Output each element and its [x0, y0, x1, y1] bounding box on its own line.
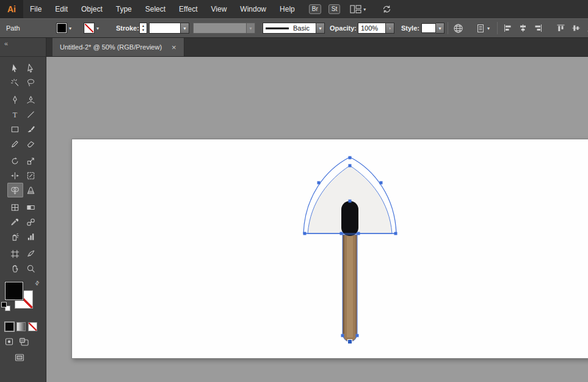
opacity-control[interactable]: 100% ›: [358, 19, 394, 37]
anchor-point[interactable]: [349, 200, 352, 203]
eyedropper-tool[interactable]: [7, 215, 23, 229]
slice-tool[interactable]: [23, 246, 39, 261]
workspace-switcher-button[interactable]: ▾: [350, 5, 366, 13]
free-transform-tool[interactable]: [23, 168, 39, 183]
paintbrush-tool[interactable]: [23, 122, 39, 136]
stroke-none-swatch[interactable]: [84, 23, 94, 33]
menu-type[interactable]: Type: [109, 0, 139, 18]
pencil-tool[interactable]: [7, 136, 23, 151]
anchor-point[interactable]: [340, 232, 343, 235]
style-swatch[interactable]: [421, 23, 436, 33]
menu-view[interactable]: View: [205, 0, 234, 18]
pen-tool[interactable]: [7, 92, 23, 107]
artboard[interactable]: [71, 139, 588, 359]
swap-fill-stroke-icon[interactable]: ⇄: [34, 279, 41, 287]
close-icon[interactable]: ×: [172, 43, 176, 51]
chevron-down-icon[interactable]: ▾: [316, 23, 325, 34]
chevron-down-icon[interactable]: ▾: [69, 26, 71, 31]
panel-arrow-icon[interactable]: ›: [386, 23, 394, 34]
fill-indicator[interactable]: [5, 282, 23, 300]
stock-button[interactable]: St: [328, 4, 340, 14]
document-info-button[interactable]: [453, 19, 463, 37]
anchor-point[interactable]: [356, 334, 359, 337]
shovel-grip-shape[interactable]: [341, 201, 358, 236]
menu-edit[interactable]: Edit: [48, 0, 74, 18]
menu-window[interactable]: Window: [233, 0, 273, 18]
anchor-point-selected[interactable]: [348, 340, 352, 344]
anchor-point[interactable]: [357, 232, 360, 235]
menu-object[interactable]: Object: [74, 0, 109, 18]
opacity-field[interactable]: 100%: [358, 23, 386, 34]
document-setup-button[interactable]: ▾: [476, 19, 490, 37]
scale-tool[interactable]: [23, 153, 39, 168]
document-tab[interactable]: Untitled-2* @ 50% (RGB/Preview) ×: [53, 38, 184, 56]
stepper-down-icon[interactable]: ▾: [142, 28, 144, 32]
align-right-icon[interactable]: [534, 24, 543, 32]
anchor-point[interactable]: [303, 232, 307, 235]
anchor-point[interactable]: [318, 182, 321, 185]
chevron-down-icon: ▾: [487, 26, 490, 31]
stroke-width-field[interactable]: [149, 23, 181, 34]
draw-normal-icon[interactable]: [5, 337, 15, 346]
artboard-tool[interactable]: [7, 246, 23, 261]
gradient-button[interactable]: [16, 322, 26, 331]
anchor-point[interactable]: [349, 164, 352, 167]
brush-definition-combo[interactable]: Basic ▾: [263, 19, 325, 37]
shape-builder-tool[interactable]: [7, 183, 23, 197]
stroke-width-stepper[interactable]: ▴ ▾: [139, 23, 147, 34]
direct-selection-tool[interactable]: [23, 61, 39, 75]
sync-icon: [382, 4, 392, 14]
zoom-tool[interactable]: [23, 261, 39, 276]
rotate-tool[interactable]: [7, 153, 23, 168]
menu-file[interactable]: File: [23, 0, 48, 18]
column-graph-tool[interactable]: [23, 229, 39, 244]
align-left-icon[interactable]: [503, 24, 512, 32]
screen-mode-button[interactable]: [0, 353, 46, 364]
align-center-horizontal-icon[interactable]: [518, 24, 528, 32]
bridge-button[interactable]: Br: [309, 4, 321, 14]
eraser-tool[interactable]: [23, 136, 39, 151]
width-tool[interactable]: [7, 168, 23, 183]
chevron-down-icon[interactable]: ▾: [181, 23, 189, 34]
stroke-width-combo[interactable]: ▾: [149, 19, 189, 37]
type-tool[interactable]: T: [7, 107, 23, 122]
blend-tool[interactable]: [23, 215, 39, 229]
sync-settings-button[interactable]: [382, 4, 392, 14]
anchor-point[interactable]: [341, 334, 344, 337]
style-combo[interactable]: ▾: [421, 19, 445, 37]
chevron-down-icon[interactable]: ▾: [96, 26, 99, 31]
collapse-panel-icon[interactable]: «: [4, 40, 7, 47]
fill-color-control[interactable]: ▾: [57, 19, 71, 37]
stroke-width-stepper-wrap: ▴ ▾: [139, 19, 147, 37]
hand-tool[interactable]: [7, 261, 23, 276]
anchor-point[interactable]: [380, 182, 383, 185]
default-fill-stroke-icon[interactable]: [1, 302, 11, 312]
selection-tool[interactable]: [7, 61, 23, 75]
menu-select[interactable]: Select: [139, 0, 172, 18]
color-button[interactable]: [5, 322, 14, 331]
menu-help[interactable]: Help: [273, 0, 302, 18]
line-segment-tool[interactable]: [23, 107, 39, 122]
none-button[interactable]: [28, 322, 37, 331]
align-top-icon[interactable]: [556, 24, 565, 32]
gradient-tool[interactable]: [23, 200, 39, 215]
magic-wand-icon: [10, 78, 20, 87]
draw-behind-icon[interactable]: [19, 337, 29, 346]
magic-wand-tool[interactable]: [7, 75, 23, 90]
pasteboard[interactable]: [46, 57, 588, 382]
symbol-sprayer-tool[interactable]: [7, 229, 23, 244]
lasso-tool[interactable]: [23, 75, 39, 90]
brush-field[interactable]: Basic: [263, 23, 316, 34]
rectangle-tool[interactable]: [7, 122, 23, 136]
curvature-tool[interactable]: [23, 92, 39, 107]
mesh-tool[interactable]: [7, 200, 23, 215]
stroke-color-control[interactable]: ▾: [84, 19, 99, 37]
anchor-point[interactable]: [349, 156, 352, 160]
menu-effect[interactable]: Effect: [172, 0, 204, 18]
perspective-grid-tool[interactable]: [23, 183, 39, 197]
stepper-up-icon[interactable]: ▴: [142, 24, 144, 28]
chevron-down-icon[interactable]: ▾: [436, 23, 445, 34]
fill-swatch[interactable]: [57, 23, 67, 33]
anchor-point[interactable]: [394, 232, 397, 235]
align-center-vertical-icon[interactable]: [572, 24, 581, 32]
